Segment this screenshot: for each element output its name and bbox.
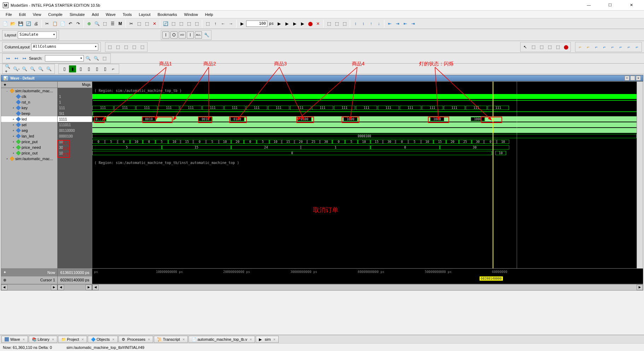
cut-icon[interactable]: ✂ [43,20,51,27]
edge8-icon[interactable]: ⌐ [633,43,640,51]
run-all-icon[interactable]: ▶ [283,20,290,27]
copy-icon[interactable]: 📋 [51,20,58,27]
sr2-icon[interactable]: ↤ [13,55,20,62]
left-icon[interactable]: ← [220,20,227,27]
tool5-icon[interactable]: ⬚ [143,20,150,27]
tab-transcript[interactable]: 📜Transcript× [154,336,188,343]
break-icon[interactable]: ▶ [299,20,306,27]
tool2-icon[interactable]: ☰ [109,20,116,27]
wf3-icon[interactable]: ▯ [77,65,84,72]
cursor-line[interactable] [493,82,493,268]
edge6-icon[interactable]: ⌐ [617,43,624,51]
grp4-icon[interactable]: ⬚ [131,43,138,51]
win3-icon[interactable]: ⬚ [341,20,348,27]
nav2-icon[interactable]: ⇥ [394,20,401,27]
zoomin-icon[interactable]: 🔍+ [5,65,12,72]
wave-dock-button[interactable]: ⬜ [630,76,635,81]
signal-key[interactable]: +key [1,105,57,111]
nav1-icon[interactable]: ⇤ [386,20,393,27]
find-icon[interactable]: 🔍 [93,20,100,27]
cursor-line-2[interactable] [517,82,517,268]
zoomlast-icon[interactable]: 🔍 [45,65,52,72]
menu-edit[interactable]: Edit [16,12,29,17]
fmt6-icon[interactable]: 🔧 [203,31,210,39]
tab-sim[interactable]: ▶sim× [256,336,279,343]
stop-icon[interactable]: ⬤ [307,20,314,27]
tab-processes[interactable]: ⚙Processes× [118,336,153,343]
grp5-icon[interactable]: ⬚ [139,43,146,51]
sr3-icon[interactable]: ↦ [21,55,28,62]
tool7-icon[interactable]: ⬚ [170,20,177,27]
cur3-icon[interactable]: ⬚ [538,43,545,51]
fmt2-icon[interactable]: O [170,31,178,39]
search-input[interactable] [45,55,84,62]
cur1-icon[interactable]: ↖ [522,43,529,51]
run-step-icon[interactable]: ▶ [275,20,283,27]
signal-price_need[interactable]: +price_need [1,145,57,150]
tool3-icon[interactable]: M [117,20,124,27]
zoom2-icon[interactable]: ↕ [360,20,367,27]
sig-tool-icon[interactable]: ✦ [2,82,7,87]
menu-layout[interactable]: Layout [135,12,154,17]
vscrollbar[interactable] [637,82,643,268]
zoomrng-icon[interactable]: 🔍 [37,65,44,72]
sr1-icon[interactable]: ↦ [5,55,12,62]
new-icon[interactable]: 📄 [1,20,8,27]
search-next-icon[interactable]: 🔍 [85,55,92,62]
edge3-icon[interactable]: ⌐ [593,43,600,51]
cur6-icon[interactable]: ⬤ [562,43,569,51]
restart-icon[interactable]: 🔄 [162,20,169,27]
zoomcur-icon[interactable]: 🔍 [29,65,36,72]
edge2-icon[interactable]: ⌐ [585,43,592,51]
zoom3-icon[interactable]: ↑ [367,20,375,27]
wf5-icon[interactable]: ▯ [93,65,100,72]
wf2-icon[interactable]: ▮ [69,65,76,72]
tool6-icon[interactable]: ✕ [151,20,158,27]
signal-led[interactable]: +led [1,116,57,122]
signal-lan_led[interactable]: +lan_led [1,133,57,139]
cur2-icon[interactable]: ⬚ [530,43,537,51]
save-icon[interactable]: 💾 [17,20,24,27]
signal-sel[interactable]: +sel [1,122,57,128]
tool9-icon[interactable]: ⬚ [185,20,192,27]
wave-close-button[interactable]: × [636,76,641,81]
nav3-icon[interactable]: ⇤ [402,20,409,27]
print-icon[interactable]: 🖨 [33,20,40,27]
fmt3-icon[interactable]: I/O [179,31,186,39]
tab-objects[interactable]: 🔷Objects× [88,336,118,343]
tab-wave[interactable]: Wave× [1,336,28,343]
undo-icon[interactable]: ↶ [67,20,74,27]
stop2-icon[interactable]: ✕ [314,20,321,27]
signal-seg[interactable]: +seg [1,128,57,133]
signal-rst_n[interactable]: rst_n [1,99,57,105]
grp2-icon[interactable]: ⬚ [115,43,122,51]
signal-sim:/automatic_mac...[interactable]: +sim:/automatic_mac... [1,156,57,162]
wf1-icon[interactable]: ▯ [61,65,68,72]
run-cont-icon[interactable]: ▶ [291,20,298,27]
refresh-icon[interactable]: 🔄 [25,20,32,27]
wave-add-button[interactable]: + [625,76,630,81]
wf4-icon[interactable]: ▯ [85,65,92,72]
tab-file[interactable]: 📄automatic_machine_top_tb.v× [188,336,255,343]
grp3-icon[interactable]: ⬚ [123,43,130,51]
menu-file[interactable]: File [2,12,16,17]
search-opt-icon[interactable]: ⬚ [101,55,108,62]
cursor-time-box[interactable]: 60280140000 [480,276,503,281]
tool10-icon[interactable]: ⬚ [193,20,200,27]
zoomout-icon[interactable]: 🔍- [13,65,20,72]
wf7-icon[interactable]: ⌐ [110,65,117,72]
signal-beep[interactable]: beep [1,111,57,116]
time-input[interactable] [246,21,267,27]
fmt1-icon[interactable]: I [162,31,169,39]
signal-sim:/automatic_mac...[interactable]: -sim:/automatic_mac... [1,88,57,94]
zoomfull-icon[interactable]: 🔍 [21,65,28,72]
cur5-icon[interactable]: ⬚ [554,43,561,51]
menu-add[interactable]: Add [88,12,103,17]
menu-tools[interactable]: Tools [119,12,135,17]
edge1-icon[interactable]: ⌐ [576,43,584,51]
signal-price_out[interactable]: +price_out [1,150,57,156]
tool4-icon[interactable]: ⬚ [135,20,143,27]
menu-bookmarks[interactable]: Bookmarks [154,12,181,17]
redo-icon[interactable]: ↷ [75,20,82,27]
add-wave-icon[interactable]: ⊕ [86,20,93,27]
